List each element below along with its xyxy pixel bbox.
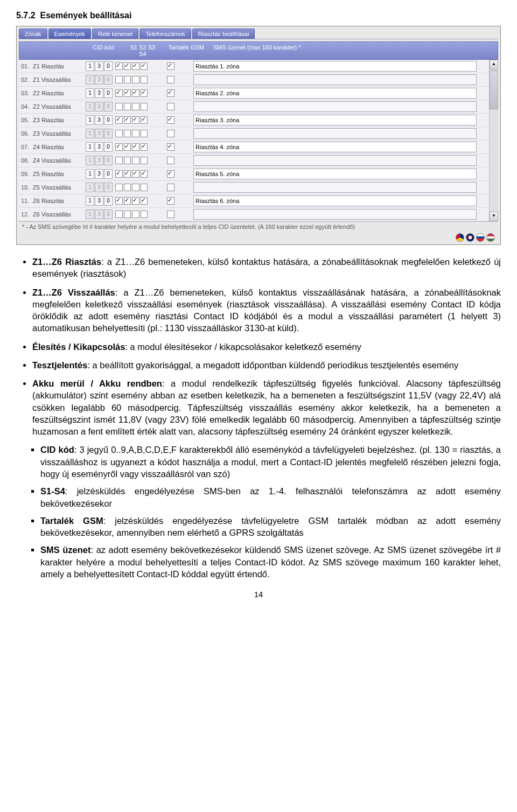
gsm-checkbox[interactable] xyxy=(167,184,174,191)
s1-checkbox[interactable] xyxy=(115,170,123,178)
tab-zónák[interactable]: Zónák xyxy=(19,29,47,39)
s2-checkbox[interactable] xyxy=(124,170,131,178)
s4-checkbox[interactable] xyxy=(141,211,148,218)
s3-checkbox[interactable] xyxy=(132,89,139,97)
s1-checkbox[interactable] xyxy=(115,197,123,205)
cid-digit[interactable]: 1 xyxy=(86,169,94,179)
sms-input[interactable] xyxy=(193,155,477,166)
s2-checkbox[interactable] xyxy=(124,143,131,151)
cid-digit[interactable]: 3 xyxy=(95,142,103,152)
cid-digit[interactable]: 1 xyxy=(86,61,94,71)
s1-checkbox[interactable] xyxy=(115,184,123,191)
sms-input[interactable] xyxy=(193,115,477,125)
sms-input[interactable] xyxy=(193,209,477,220)
gsm-checkbox[interactable] xyxy=(167,116,174,124)
sms-input[interactable] xyxy=(193,61,477,72)
sms-input[interactable] xyxy=(193,101,477,112)
cid-input[interactable]: 130 xyxy=(86,169,115,179)
cid-input[interactable]: 130 xyxy=(86,196,115,206)
s1-checkbox[interactable] xyxy=(115,76,123,83)
s3-checkbox[interactable] xyxy=(132,76,139,83)
scrollbar[interactable]: ▲ ▼ xyxy=(489,60,498,221)
cid-input[interactable]: 130 xyxy=(86,75,115,85)
cid-digit[interactable]: 0 xyxy=(104,196,113,206)
s4-checkbox[interactable] xyxy=(141,116,148,124)
flag-sk-icon[interactable] xyxy=(476,233,485,242)
cid-digit[interactable]: 0 xyxy=(104,115,113,125)
cid-digit[interactable]: 1 xyxy=(86,88,94,98)
cid-input[interactable]: 130 xyxy=(86,183,115,192)
s2-checkbox[interactable] xyxy=(124,130,131,137)
s4-checkbox[interactable] xyxy=(141,130,148,137)
cid-digit[interactable]: 0 xyxy=(104,142,113,152)
sms-input[interactable] xyxy=(193,142,477,152)
sms-input[interactable] xyxy=(193,195,477,206)
s4-checkbox[interactable] xyxy=(141,184,148,191)
cid-digit[interactable]: 3 xyxy=(95,196,103,206)
cid-digit[interactable]: 3 xyxy=(95,88,103,98)
s1-checkbox[interactable] xyxy=(115,211,123,218)
s4-checkbox[interactable] xyxy=(141,76,148,83)
s2-checkbox[interactable] xyxy=(124,116,131,124)
cid-input[interactable]: 130 xyxy=(86,142,115,152)
s2-checkbox[interactable] xyxy=(124,197,131,205)
s3-checkbox[interactable] xyxy=(132,130,139,137)
s4-checkbox[interactable] xyxy=(141,62,148,70)
flag-uk-icon[interactable] xyxy=(466,233,474,242)
s1-checkbox[interactable] xyxy=(115,89,123,97)
flag-hu-icon[interactable] xyxy=(486,233,495,242)
s4-checkbox[interactable] xyxy=(141,143,148,151)
cid-digit[interactable]: 3 xyxy=(95,61,103,71)
s3-checkbox[interactable] xyxy=(132,211,139,218)
s2-checkbox[interactable] xyxy=(124,211,131,218)
s1-checkbox[interactable] xyxy=(115,157,123,164)
sms-input[interactable] xyxy=(193,128,477,139)
s4-checkbox[interactable] xyxy=(141,170,148,178)
gsm-checkbox[interactable] xyxy=(167,62,174,70)
tab-riasztás-beállításai[interactable]: Riasztás beállításai xyxy=(192,29,255,39)
gsm-checkbox[interactable] xyxy=(167,157,174,164)
gsm-checkbox[interactable] xyxy=(167,103,174,110)
cid-input[interactable]: 130 xyxy=(86,209,115,219)
gsm-checkbox[interactable] xyxy=(167,170,174,178)
sms-input[interactable] xyxy=(193,182,477,193)
cid-digit[interactable]: 1 xyxy=(86,142,94,152)
cid-digit[interactable]: 3 xyxy=(95,169,103,179)
gsm-checkbox[interactable] xyxy=(167,211,174,218)
s4-checkbox[interactable] xyxy=(141,197,148,205)
cid-digit[interactable]: 1 xyxy=(86,196,94,206)
cid-input[interactable]: 130 xyxy=(86,129,115,138)
s2-checkbox[interactable] xyxy=(124,103,131,110)
tab-relé-kimenet[interactable]: Relé kimenet xyxy=(92,29,138,39)
s2-checkbox[interactable] xyxy=(124,76,131,83)
cid-input[interactable]: 130 xyxy=(86,61,115,71)
s1-checkbox[interactable] xyxy=(115,143,123,151)
s1-checkbox[interactable] xyxy=(115,62,123,70)
sms-input[interactable] xyxy=(193,88,477,99)
s3-checkbox[interactable] xyxy=(132,103,139,110)
gsm-checkbox[interactable] xyxy=(167,197,174,205)
cid-input[interactable]: 130 xyxy=(86,156,115,165)
s2-checkbox[interactable] xyxy=(124,89,131,97)
sms-input[interactable] xyxy=(193,169,477,179)
cid-input[interactable]: 130 xyxy=(86,115,115,125)
s4-checkbox[interactable] xyxy=(141,89,148,97)
s3-checkbox[interactable] xyxy=(132,116,139,124)
s2-checkbox[interactable] xyxy=(124,184,131,191)
s1-checkbox[interactable] xyxy=(115,103,123,110)
s3-checkbox[interactable] xyxy=(132,143,139,151)
tab-események[interactable]: Események xyxy=(48,29,91,39)
s3-checkbox[interactable] xyxy=(132,62,139,70)
gsm-checkbox[interactable] xyxy=(167,130,174,137)
sms-input[interactable] xyxy=(193,74,477,85)
scroll-thumb[interactable] xyxy=(490,71,498,109)
s4-checkbox[interactable] xyxy=(141,157,148,164)
cid-input[interactable]: 130 xyxy=(86,102,115,111)
s1-checkbox[interactable] xyxy=(115,116,123,124)
cid-digit[interactable]: 1 xyxy=(86,115,94,125)
cid-digit[interactable]: 0 xyxy=(104,88,113,98)
s3-checkbox[interactable] xyxy=(132,170,139,178)
cid-input[interactable]: 130 xyxy=(86,88,115,98)
cid-digit[interactable]: 0 xyxy=(104,61,113,71)
s3-checkbox[interactable] xyxy=(132,157,139,164)
